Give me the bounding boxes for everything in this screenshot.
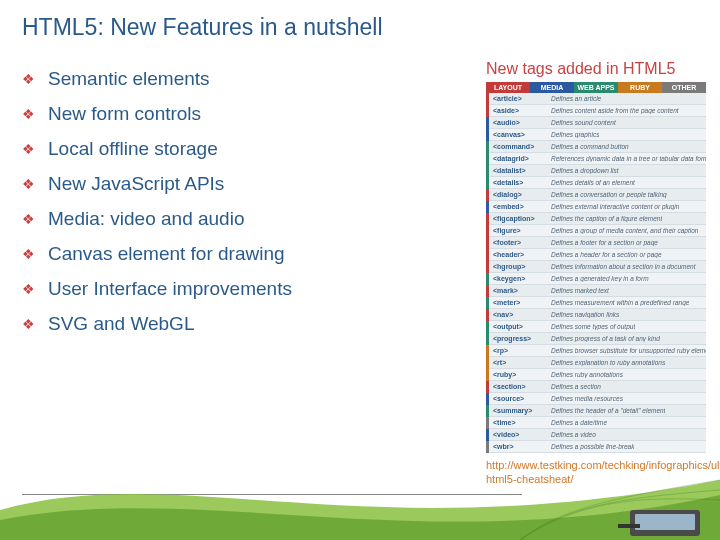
tag-description: Defines external interactive content or …: [551, 203, 679, 210]
cheatsheet-row: <dialog>Defines a conversation or people…: [486, 189, 706, 201]
tag-description: Defines a dropdown list: [551, 167, 619, 174]
tag-description: Defines progress of a task of any kind: [551, 335, 660, 342]
cheatsheet-row: <summary>Defines the header of a "detail…: [486, 405, 706, 417]
tag-description: Defines a generated key in a form: [551, 275, 649, 282]
bullet-text: Local offline storage: [48, 138, 218, 160]
cheatsheet-row: <details>Defines details of an element: [486, 177, 706, 189]
tag-name: <ruby>: [489, 371, 551, 378]
cheatsheet-row: <time>Defines a date/time: [486, 417, 706, 429]
bullet-item: ❖Local offline storage: [22, 138, 422, 160]
diamond-bullet-icon: ❖: [22, 71, 48, 87]
diamond-bullet-icon: ❖: [22, 211, 48, 227]
cheatsheet-header-cell: RUBY: [618, 82, 662, 93]
diamond-bullet-icon: ❖: [22, 106, 48, 122]
tag-name: <mark>: [489, 287, 551, 294]
tag-name: <details>: [489, 179, 551, 186]
tag-name: <meter>: [489, 299, 551, 306]
tag-description: Defines a group of media content, and th…: [551, 227, 698, 234]
cheatsheet-row: <datalist>Defines a dropdown list: [486, 165, 706, 177]
tag-description: Defines ruby annotations: [551, 371, 623, 378]
cheatsheet-row: <output>Defines some types of output: [486, 321, 706, 333]
tag-description: Defines an article: [551, 95, 601, 102]
bullet-item: ❖New JavaScript APIs: [22, 173, 422, 195]
tag-description: Defines the header of a "detail" element: [551, 407, 665, 414]
tag-name: <article>: [489, 95, 551, 102]
bullet-text: Canvas element for drawing: [48, 243, 285, 265]
cheatsheet-row: <video>Defines a video: [486, 429, 706, 441]
tag-description: Defines some types of output: [551, 323, 635, 330]
diamond-bullet-icon: ❖: [22, 141, 48, 157]
bullet-text: Media: video and audio: [48, 208, 244, 230]
tag-description: Defines navigation links: [551, 311, 619, 318]
tag-name: <section>: [489, 383, 551, 390]
tag-name: <dialog>: [489, 191, 551, 198]
cheatsheet-row: <progress>Defines progress of a task of …: [486, 333, 706, 345]
cheatsheet-header: LAYOUTMEDIAWEB APPSRUBYOTHER: [486, 82, 706, 93]
cheatsheet-header-cell: LAYOUT: [486, 82, 530, 93]
source-link[interactable]: http://www.testking.com/techking/infogra…: [486, 458, 716, 487]
bullet-item: ❖User Interface improvements: [22, 278, 422, 300]
cheatsheet-row: <rp>Defines browser substitute for unsup…: [486, 345, 706, 357]
tag-name: <output>: [489, 323, 551, 330]
tag-description: Defines sound content: [551, 119, 616, 126]
tag-name: <header>: [489, 251, 551, 258]
tag-name: <video>: [489, 431, 551, 438]
cheatsheet-row: <ruby>Defines ruby annotations: [486, 369, 706, 381]
tag-name: <summary>: [489, 407, 551, 414]
tag-name: <rp>: [489, 347, 551, 354]
tag-description: Defines marked text: [551, 287, 609, 294]
bullet-text: Semantic elements: [48, 68, 210, 90]
tag-name: <datalist>: [489, 167, 551, 174]
cheatsheet-header-cell: OTHER: [662, 82, 706, 93]
cheatsheet-row: <audio>Defines sound content: [486, 117, 706, 129]
cheatsheet-row: <section>Defines a section: [486, 381, 706, 393]
tag-name: <footer>: [489, 239, 551, 246]
tag-name: <command>: [489, 143, 551, 150]
diamond-bullet-icon: ❖: [22, 246, 48, 262]
tag-name: <figcaption>: [489, 215, 551, 222]
tag-description: Defines details of an element: [551, 179, 635, 186]
tag-description: Defines information about a section in a…: [551, 263, 696, 270]
cheatsheet-row: <aside>Defines content aside from the pa…: [486, 105, 706, 117]
tag-name: <rt>: [489, 359, 551, 366]
tag-name: <audio>: [489, 119, 551, 126]
bullet-text: SVG and WebGL: [48, 313, 194, 335]
tag-description: Defines a section: [551, 383, 601, 390]
bullet-text: New JavaScript APIs: [48, 173, 224, 195]
cheatsheet-row: <canvas>Defines graphics: [486, 129, 706, 141]
cheatsheet-row: <header>Defines a header for a section o…: [486, 249, 706, 261]
tag-description: Defines a video: [551, 431, 596, 438]
tag-description: Defines content aside from the page cont…: [551, 107, 679, 114]
svg-rect-1: [635, 514, 695, 530]
cheatsheet-row: <embed>Defines external interactive cont…: [486, 201, 706, 213]
tag-description: Defines a header for a section or page: [551, 251, 662, 258]
bullet-item: ❖Media: video and audio: [22, 208, 422, 230]
sidebar-title: New tags added in HTML5: [486, 60, 675, 78]
tag-description: Defines graphics: [551, 131, 599, 138]
tag-description: Defines a footer for a section or page: [551, 239, 658, 246]
tag-name: <embed>: [489, 203, 551, 210]
tag-description: Defines a possible line-break: [551, 443, 634, 450]
cheatsheet-row: <datagrid>References dynamic data in a t…: [486, 153, 706, 165]
cheatsheet-table: LAYOUTMEDIAWEB APPSRUBYOTHER <article>De…: [486, 82, 706, 453]
cheatsheet-row: <wbr>Defines a possible line-break: [486, 441, 706, 453]
tag-name: <time>: [489, 419, 551, 426]
bullet-item: ❖New form controls: [22, 103, 422, 125]
cheatsheet-row: <meter>Defines measurement within a pred…: [486, 297, 706, 309]
tag-name: <wbr>: [489, 443, 551, 450]
slide-title: HTML5: New Features in a nutshell: [22, 14, 383, 41]
tag-name: <aside>: [489, 107, 551, 114]
cheatsheet-header-cell: WEB APPS: [574, 82, 618, 93]
tag-description: Defines a conversation or people talking: [551, 191, 667, 198]
cheatsheet-row: <figcaption>Defines the caption of a fig…: [486, 213, 706, 225]
bullet-text: User Interface improvements: [48, 278, 292, 300]
tag-description: Defines the caption of a figure element: [551, 215, 662, 222]
cheatsheet-header-cell: MEDIA: [530, 82, 574, 93]
tag-description: References dynamic data in a tree or tab…: [551, 155, 706, 162]
tag-description: Defines browser substitute for unsupport…: [551, 347, 706, 354]
diamond-bullet-icon: ❖: [22, 316, 48, 332]
bullet-text: New form controls: [48, 103, 201, 125]
svg-rect-2: [618, 524, 640, 528]
tag-name: <nav>: [489, 311, 551, 318]
cheatsheet-row: <nav>Defines navigation links: [486, 309, 706, 321]
